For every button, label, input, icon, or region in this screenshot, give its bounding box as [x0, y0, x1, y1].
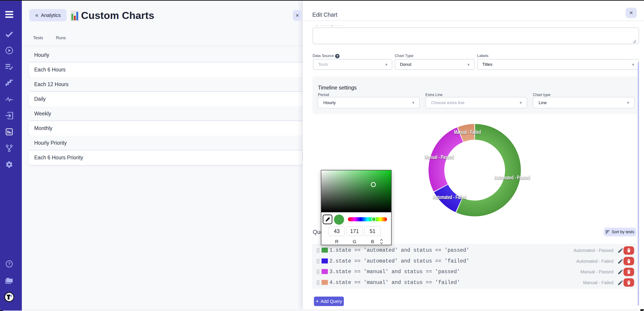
svg-text:?: ?: [8, 261, 10, 266]
